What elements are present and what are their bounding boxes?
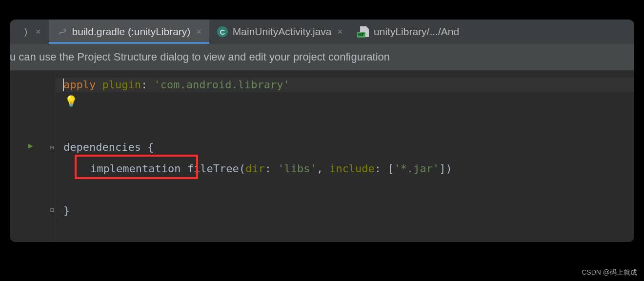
gutter: ▶ ⊟ ⊟ — [10, 71, 56, 242]
notification-text: u can use the Project Structure dialog t… — [10, 51, 390, 63]
code-line: apply plugin: 'com.android.library' — [63, 79, 290, 91]
intention-bulb-icon[interactable]: 💡 — [64, 95, 78, 107]
notification-bar[interactable]: u can use the Project Structure dialog t… — [10, 44, 634, 71]
fold-close-icon[interactable]: ⊟ — [50, 206, 54, 213]
close-icon[interactable]: × — [36, 27, 41, 37]
close-icon[interactable]: × — [338, 27, 343, 37]
tab-label: unityLibrary/.../And — [374, 26, 459, 38]
code-line: } — [63, 204, 70, 217]
tab-build-gradle[interactable]: build.gradle (:unityLibrary) × — [49, 20, 209, 44]
tab-main-unity-activity[interactable]: C MainUnityActivity.java × — [209, 20, 350, 44]
tab-label: build.gradle (:unityLibrary) — [72, 26, 191, 38]
close-icon[interactable]: × — [196, 27, 201, 37]
code-line: dependencies { — [63, 141, 154, 153]
tab-bar: ) × build.gradle (:unityLibrary) × C Mai… — [10, 20, 634, 44]
tab-label: MainUnityActivity.java — [233, 26, 332, 38]
prev-tab-stub: ) × — [24, 27, 45, 37]
stub-paren: ) — [24, 27, 27, 37]
manifest-icon: MF — [358, 26, 369, 37]
tab-unity-library-manifest[interactable]: MF unityLibrary/.../And — [350, 20, 467, 44]
fold-open-icon[interactable]: ⊟ — [50, 144, 54, 151]
run-gutter-icon[interactable]: ▶ — [28, 141, 33, 150]
highlight-box — [75, 155, 198, 179]
class-icon: C — [217, 26, 228, 37]
watermark: CSDN @码上就成 — [582, 268, 637, 277]
editor-window: ) × build.gradle (:unityLibrary) × C Mai… — [10, 20, 634, 242]
gradle-icon — [57, 26, 67, 37]
editor-area[interactable]: ▶ ⊟ ⊟ apply plugin: 'com.android.library… — [10, 71, 634, 242]
